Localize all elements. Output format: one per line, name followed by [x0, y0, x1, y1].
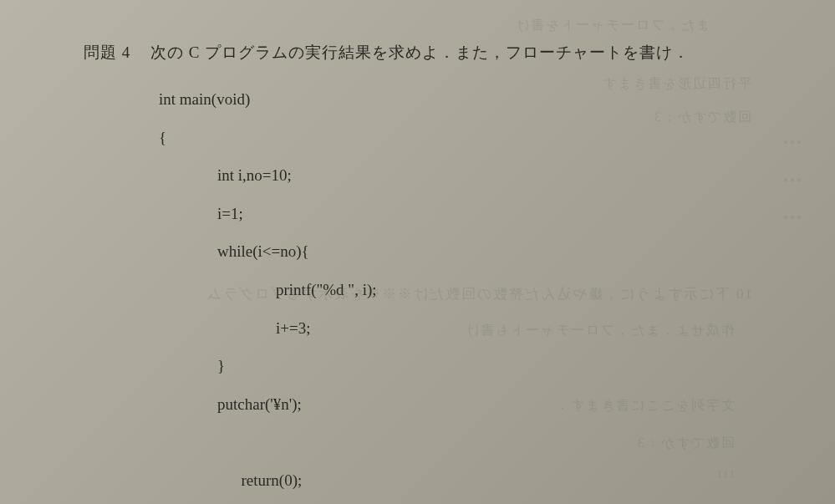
code-line-main: int main(void)	[159, 80, 751, 119]
problem-statement: 次の C プログラムの実行結果を求めよ．また，フローチャートを書け．	[150, 43, 690, 61]
bleed-through-text: ***	[782, 213, 802, 226]
bleed-through-text: ***	[782, 138, 802, 150]
code-line-while: while(i<=no){	[159, 232, 751, 271]
code-line-open-brace: {	[159, 119, 751, 157]
problem-header: 問題 4 次の C プログラムの実行結果を求めよ．また，フローチャートを書け．	[84, 42, 751, 64]
code-line-declaration: int i,no=10;	[159, 156, 751, 195]
textbook-page: また，フローチャートを書け 平行四辺形を書きます 回数ですか：3 *** ***…	[0, 0, 835, 504]
bleed-through-text: ***	[782, 176, 802, 188]
code-line-close-while: }	[159, 347, 751, 385]
code-line-putchar: putchar('¥n');	[159, 385, 751, 424]
return-text: return(0);	[242, 471, 303, 489]
code-line-return: return(0);	[159, 423, 751, 504]
code-line-printf: printf("%d ", i);	[159, 271, 751, 309]
bleed-through-text: また，フローチャートを書け	[514, 17, 710, 34]
code-line-init: i=1;	[159, 195, 751, 233]
code-line-increment: i+=3;	[159, 309, 751, 348]
c-program-code: int main(void) { int i,no=10; i=1; while…	[159, 80, 751, 504]
problem-number: 問題 4	[84, 42, 130, 64]
